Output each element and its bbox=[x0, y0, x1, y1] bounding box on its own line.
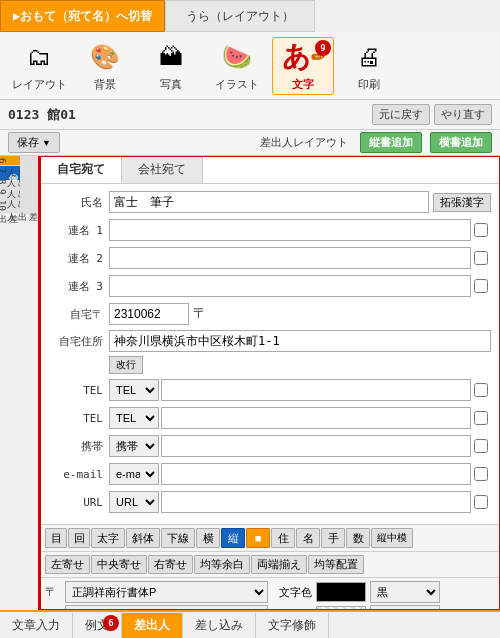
fmt-kai-btn[interactable]: 回 bbox=[68, 528, 90, 548]
tel1-select[interactable]: TEL bbox=[109, 379, 159, 401]
bg-color-swatch[interactable] bbox=[316, 606, 366, 610]
front-switch-btn[interactable]: おもて（宛て名）へ切替 bbox=[0, 0, 165, 32]
fmt-su-btn[interactable]: 数 bbox=[346, 528, 370, 548]
toolbar-text[interactable]: あ✏ 文字 9 bbox=[272, 37, 334, 95]
tel2-checkbox[interactable] bbox=[474, 411, 488, 425]
font1-icon: 〒 bbox=[45, 584, 61, 601]
align-justify-btn[interactable]: 均等余白 bbox=[194, 555, 250, 574]
sidebar-person-10[interactable]: 差出人10 bbox=[20, 198, 40, 214]
text-color-row: 文字色 黒 bbox=[272, 581, 495, 603]
tel2-row: TEL TEL bbox=[49, 406, 491, 430]
bottom-tab-example[interactable]: 例文 6 bbox=[73, 613, 122, 638]
renname3-label: 連名 3 bbox=[49, 279, 109, 294]
sidebar-person-9[interactable]: 差出人9 bbox=[20, 187, 40, 197]
url-label: URL bbox=[49, 496, 109, 509]
fmt-tate-chuko-btn[interactable]: 縦中模 bbox=[371, 528, 413, 548]
align-even-btn[interactable]: 均等配置 bbox=[308, 555, 364, 574]
align-left-btn[interactable]: 左寄せ bbox=[45, 555, 90, 574]
fmt-horizontal-btn[interactable]: 横 bbox=[196, 528, 220, 548]
horizontal-add-btn[interactable]: 横書追加 bbox=[430, 132, 492, 153]
fmt-ju-btn[interactable]: 住 bbox=[271, 528, 295, 548]
mobile-label: 携帯 bbox=[49, 439, 109, 454]
main-content: 差出人1 標準の差出人 差出人3 差出人4 差出人5 差出人6 差出人7 差出人… bbox=[0, 156, 500, 610]
sidebar-person-8[interactable]: 差出人8 bbox=[20, 177, 40, 187]
email-checkbox[interactable] bbox=[474, 467, 488, 481]
renname1-checkbox[interactable] bbox=[474, 223, 488, 237]
email-label: e-mail bbox=[49, 468, 109, 481]
layout-label: レイアウト bbox=[12, 77, 67, 92]
toolbar-bg[interactable]: 🎨 背景 bbox=[74, 37, 136, 95]
font-area: 〒 正調祥南行書体P 〒 富士ポップ 文字色 黒 bbox=[41, 577, 499, 610]
photo-label: 写真 bbox=[160, 77, 182, 92]
mobile-input[interactable] bbox=[161, 435, 471, 457]
vertical-add-btn[interactable]: 縦書追加 bbox=[360, 132, 422, 153]
example-badge: 6 bbox=[103, 615, 119, 631]
tel1-input[interactable] bbox=[161, 379, 471, 401]
renname1-label: 連名 1 bbox=[49, 223, 109, 238]
bottom-tab-insert[interactable]: 差し込み bbox=[183, 613, 256, 638]
renname3-checkbox[interactable] bbox=[474, 279, 488, 293]
action-buttons: 元に戻す やり直す bbox=[372, 104, 492, 125]
email-input[interactable] bbox=[161, 463, 471, 485]
tel2-input[interactable] bbox=[161, 407, 471, 429]
renname2-label: 連名 2 bbox=[49, 251, 109, 266]
fmt-vertical-btn[interactable]: 縦 bbox=[221, 528, 245, 548]
redo-btn[interactable]: やり直す bbox=[434, 104, 492, 125]
undo-btn[interactable]: 元に戻す bbox=[372, 104, 430, 125]
toolbar-illust[interactable]: 🍉 イラスト bbox=[206, 37, 268, 95]
mobile-checkbox[interactable] bbox=[474, 439, 488, 453]
text-color-select[interactable]: 黒 bbox=[370, 581, 440, 603]
sidebar-person-6[interactable]: 差出人6 bbox=[20, 156, 40, 166]
toolbar-print[interactable]: 🖨 印刷 bbox=[338, 37, 400, 95]
font1-select[interactable]: 正調祥南行書体P bbox=[65, 581, 268, 603]
fmt-underline-btn[interactable]: 下線 bbox=[161, 528, 195, 548]
tel1-checkbox[interactable] bbox=[474, 383, 488, 397]
bottom-tab-textdeco[interactable]: 文字修飾 bbox=[256, 613, 329, 638]
align-center-btn[interactable]: 中央寄せ bbox=[91, 555, 147, 574]
color-col: 文字色 黒 背景色 透明 bbox=[272, 581, 495, 610]
toolbar-layout[interactable]: 🗂 レイアウト bbox=[8, 37, 70, 95]
photo-icon: 🏔 bbox=[153, 39, 189, 75]
revise-btn[interactable]: 改行 bbox=[109, 356, 143, 374]
postal-input[interactable] bbox=[109, 303, 189, 325]
renname1-input[interactable] bbox=[109, 219, 471, 241]
email-select[interactable]: e-mail bbox=[109, 463, 159, 485]
tel2-select[interactable]: TEL bbox=[109, 407, 159, 429]
bottom-tab-sender[interactable]: 差出人 bbox=[122, 613, 183, 638]
url-select[interactable]: URL bbox=[109, 491, 159, 513]
fmt-square-btn[interactable]: ■ bbox=[246, 528, 270, 548]
fmt-me-btn[interactable]: 目 bbox=[45, 528, 67, 548]
fmt-italic-btn[interactable]: 斜体 bbox=[126, 528, 160, 548]
align-right-btn[interactable]: 右寄せ bbox=[148, 555, 193, 574]
url-checkbox[interactable] bbox=[474, 495, 488, 509]
font2-select[interactable]: 富士ポップ bbox=[65, 605, 268, 610]
address-row: 自宅住所 改行 bbox=[49, 330, 491, 374]
toolbar-row2: 保存 差出人レイアウト 縦書追加 横書追加 bbox=[0, 130, 500, 156]
save-button[interactable]: 保存 bbox=[8, 132, 60, 153]
fmt-bold-btn[interactable]: 太字 bbox=[91, 528, 125, 548]
sidebar-person-7[interactable]: 差出人7 bbox=[20, 166, 40, 176]
kanji-btn[interactable]: 拓張漢字 bbox=[433, 193, 491, 212]
address-label: 自宅住所 bbox=[49, 334, 109, 349]
bg-color-select[interactable]: 透明 bbox=[370, 605, 440, 610]
renname3-input[interactable] bbox=[109, 275, 471, 297]
renname2-input[interactable] bbox=[109, 247, 471, 269]
bottom-tab-text[interactable]: 文章入力 bbox=[0, 613, 73, 638]
print-label: 印刷 bbox=[358, 77, 380, 92]
name-input[interactable] bbox=[109, 191, 429, 213]
fmt-na-btn[interactable]: 名 bbox=[296, 528, 320, 548]
renname2-checkbox[interactable] bbox=[474, 251, 488, 265]
tab-company[interactable]: 会社宛て bbox=[122, 157, 203, 183]
top-nav: おもて（宛て名）へ切替 うら（レイアウト） bbox=[0, 0, 500, 32]
back-switch-btn[interactable]: うら（レイアウト） bbox=[165, 0, 315, 32]
align-both-btn[interactable]: 両端揃え bbox=[251, 555, 307, 574]
tab-home[interactable]: 自宅宛て bbox=[41, 157, 122, 183]
text-color-swatch[interactable] bbox=[316, 582, 366, 602]
mobile-select[interactable]: 携帯 bbox=[109, 435, 159, 457]
fmt-te-btn[interactable]: 手 bbox=[321, 528, 345, 548]
action-bar: 0123 館01 元に戻す やり直す bbox=[0, 100, 500, 130]
toolbar-photo[interactable]: 🏔 写真 bbox=[140, 37, 202, 95]
url-input[interactable] bbox=[161, 491, 471, 513]
font2-row: 〒 富士ポップ bbox=[45, 605, 268, 610]
address-input[interactable] bbox=[109, 330, 491, 352]
